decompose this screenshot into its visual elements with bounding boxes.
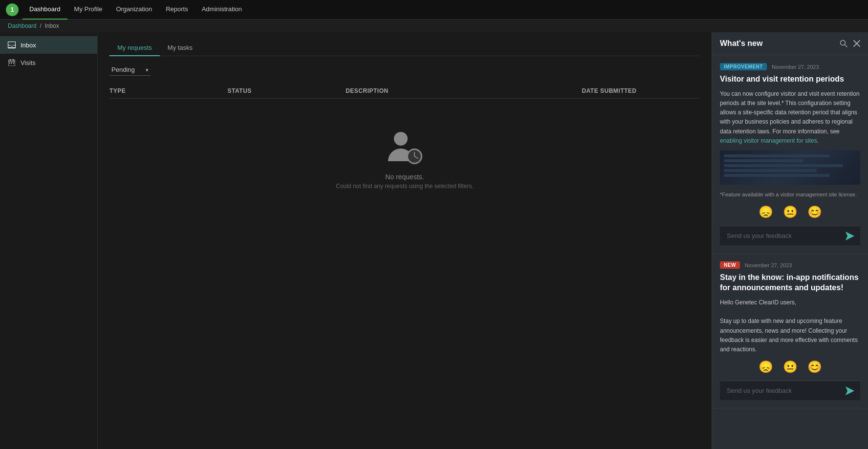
filter-select[interactable]: Pending Approved Rejected All — [109, 64, 151, 76]
reaction-neutral-2[interactable]: 😐 — [781, 359, 800, 375]
close-button[interactable] — [853, 40, 860, 47]
breadcrumb-dashboard[interactable]: Dashboard — [8, 22, 37, 29]
empty-state-icon — [385, 128, 424, 167]
main-layout: Inbox Visits My requests — [0, 32, 868, 449]
reaction-sad-2[interactable]: 😞 — [757, 359, 775, 375]
article-1-feedback-input[interactable] — [720, 226, 840, 245]
article-1-link[interactable]: enabling visitor management for sites — [720, 137, 817, 144]
nav-logo: 1 — [6, 3, 19, 16]
article-1-note: *Feature available with a visitor manage… — [720, 191, 860, 199]
article-2-feedback-send[interactable] — [840, 382, 860, 400]
svg-rect-5 — [13, 63, 14, 64]
panel-content: IMPROVEMENT November 27, 2023 Visitor an… — [712, 55, 868, 449]
sidebar-item-visits-label: Visits — [21, 59, 36, 66]
main-content: My requests My tasks Pending Approved Re… — [98, 32, 712, 449]
close-icon — [853, 40, 860, 47]
search-button[interactable] — [840, 40, 847, 47]
breadcrumb-current: Inbox — [44, 22, 59, 29]
article-1: IMPROVEMENT November 27, 2023 Visitor an… — [712, 55, 868, 254]
panel-header: What's new — [712, 32, 868, 55]
article-1-body: You can now configure visitor and visit … — [720, 89, 860, 146]
article-2: NEW November 27, 2023 Stay in the know: … — [712, 254, 868, 408]
reaction-happy-1[interactable]: 😊 — [805, 204, 824, 220]
article-1-feedback-send[interactable] — [840, 227, 860, 245]
send-icon — [846, 232, 854, 240]
col-status: Status — [228, 87, 346, 94]
sidebar-item-inbox[interactable]: Inbox — [0, 36, 97, 54]
empty-title: No requests. — [385, 173, 424, 181]
col-date: Date submitted — [582, 87, 700, 94]
svg-marker-16 — [846, 386, 854, 395]
filter-row: Pending Approved Rejected All — [109, 64, 700, 76]
breadcrumb: Dashboard / Inbox — [0, 20, 868, 32]
svg-line-12 — [845, 45, 847, 47]
panel-actions — [840, 40, 860, 47]
reaction-sad-1[interactable]: 😞 — [757, 204, 775, 220]
nav-item-administration[interactable]: Administration — [195, 0, 249, 20]
article-1-badge: IMPROVEMENT — [720, 63, 767, 70]
empty-subtitle: Could not find any requests using the se… — [336, 183, 474, 190]
sidebar-item-inbox-label: Inbox — [21, 42, 36, 49]
article-2-reactions: 😞 😐 😊 — [720, 359, 860, 375]
reaction-happy-2[interactable]: 😊 — [805, 359, 824, 375]
table-header: Type Status Description Date submitted — [109, 84, 700, 99]
nav-item-organization[interactable]: Organization — [109, 0, 159, 20]
search-icon — [840, 40, 847, 47]
article-1-feedback-area — [720, 226, 860, 245]
svg-marker-15 — [846, 232, 854, 240]
sidebar: Inbox Visits — [0, 32, 98, 449]
sidebar-item-visits[interactable]: Visits — [0, 54, 97, 71]
article-1-screenshot — [720, 150, 860, 185]
tab-my-tasks[interactable]: My tasks — [160, 40, 200, 56]
article-2-badge: NEW — [720, 261, 740, 269]
article-2-meta: NEW November 27, 2023 — [720, 261, 860, 269]
article-2-feedback-input[interactable] — [720, 381, 840, 400]
article-2-date: November 27, 2023 — [745, 262, 792, 268]
col-description: Description — [346, 87, 582, 94]
nav-item-dashboard[interactable]: Dashboard — [22, 0, 67, 20]
article-1-meta: IMPROVEMENT November 27, 2023 — [720, 63, 860, 70]
top-nav: 1 Dashboard My Profile Organization Repo… — [0, 0, 868, 20]
col-type: Type — [109, 87, 228, 94]
filter-select-wrapper[interactable]: Pending Approved Rejected All — [109, 64, 151, 76]
nav-item-reports[interactable]: Reports — [159, 0, 195, 20]
article-2-feedback-area — [720, 381, 860, 400]
svg-rect-4 — [11, 63, 12, 64]
whats-new-panel: What's new — [712, 32, 868, 449]
send-icon-2 — [846, 386, 854, 395]
panel-title: What's new — [720, 39, 762, 48]
svg-point-6 — [394, 132, 408, 146]
article-1-title: Visitor and visit retention periods — [720, 74, 860, 85]
svg-rect-3 — [9, 63, 10, 64]
tab-my-requests[interactable]: My requests — [109, 40, 160, 56]
article-1-date: November 27, 2023 — [772, 64, 819, 70]
article-2-body: Hello Genetec ClearID users, Stay up to … — [720, 298, 860, 354]
article-1-reactions: 😞 😐 😊 — [720, 204, 860, 220]
svg-rect-1 — [10, 59, 11, 61]
empty-state: No requests. Could not find any requests… — [109, 99, 700, 219]
svg-rect-2 — [13, 59, 14, 61]
inbox-icon — [8, 41, 16, 49]
nav-item-my-profile[interactable]: My Profile — [67, 0, 109, 20]
article-2-title: Stay in the know: in-app notifications f… — [720, 273, 860, 293]
reaction-neutral-1[interactable]: 😐 — [781, 204, 800, 220]
calendar-icon — [8, 59, 16, 66]
tab-bar: My requests My tasks — [109, 40, 700, 56]
